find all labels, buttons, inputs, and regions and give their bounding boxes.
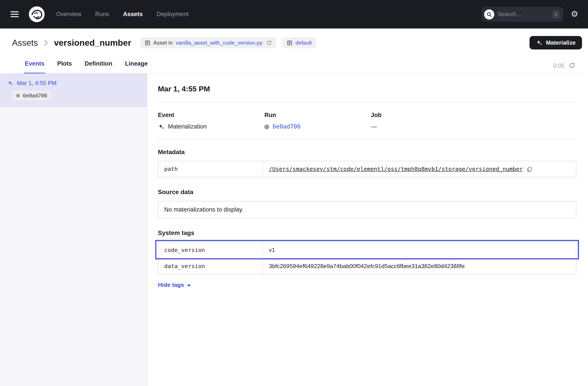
event-info-row: Event Materialization Run 6e0ad706: [158, 112, 577, 130]
breadcrumb-row: Assets versioned_number Asset in vanilla…: [12, 36, 582, 49]
event-value: Materialization: [158, 123, 264, 130]
metadata-heading: Metadata: [158, 148, 577, 155]
asset-definition-file-link[interactable]: vanilla_asset_with_code_version.py: [176, 40, 262, 46]
nav-links: Overview Runs Assets Deployment: [56, 11, 189, 18]
system-tags-table: code_version v1 data_version 3bfc269594e…: [158, 242, 577, 274]
event-column: Event Materialization: [158, 112, 264, 130]
nav-item-deployment[interactable]: Deployment: [157, 11, 189, 18]
tag-row-code-version: code_version v1: [158, 242, 576, 258]
run-label: Run: [264, 112, 371, 119]
tag-key: data_version: [158, 258, 263, 274]
dagster-logo-icon[interactable]: [28, 6, 45, 22]
divider: [158, 139, 577, 140]
metadata-table: path /Users/smackesey/stm/code/elementl/…: [158, 161, 577, 177]
job-label: Job: [371, 112, 477, 119]
source-data-empty-message: No materializations to display.: [158, 201, 577, 218]
tab-plots[interactable]: Plots: [56, 55, 72, 73]
page-title: versioned_number: [54, 38, 131, 48]
search-shortcut-badge: /: [552, 10, 560, 18]
run-id-pill[interactable]: 6e0ad706: [12, 91, 51, 101]
table-grid-icon: [145, 40, 150, 45]
tabs-row: Events Plots Definition Lineage 0:05: [12, 55, 582, 73]
run-column: Run 6e0ad706: [264, 112, 371, 130]
top-nav-right: / ⚙: [482, 7, 578, 22]
metadata-value-cell: /Users/smackesey/stm/code/elementl/oss/t…: [263, 161, 576, 177]
divider: [158, 102, 577, 103]
nav-item-overview[interactable]: Overview: [56, 11, 81, 18]
event-timestamp: Mar 1, 4:55 PM: [17, 80, 57, 87]
hide-tags-label: Hide tags: [158, 282, 184, 288]
tag-value: 3bfc269594ef649228e9a74bab00f042efc91d5a…: [263, 258, 576, 274]
event-detail-panel: Mar 1, 4:55 PM Event Materialization Run: [147, 74, 588, 386]
search-input[interactable]: [498, 11, 549, 18]
top-nav: Overview Runs Assets Deployment / ⚙: [0, 0, 588, 28]
tag-value: v1: [263, 242, 576, 258]
search-icon: [484, 9, 494, 20]
breadcrumb-assets-link[interactable]: Assets: [12, 38, 38, 48]
tag-key: code_version: [158, 242, 263, 258]
job-value-text: —: [371, 123, 377, 130]
app-viewport: Overview Runs Assets Deployment / ⚙ Asse…: [0, 0, 588, 386]
job-value: —: [371, 123, 477, 130]
refresh-icon[interactable]: [569, 62, 575, 69]
hide-tags-button[interactable]: Hide tags: [158, 282, 191, 288]
nav-item-assets[interactable]: Assets: [123, 11, 143, 18]
event-label: Event: [158, 112, 264, 119]
run-id-link[interactable]: 6e0ad706: [273, 123, 301, 130]
tab-definition[interactable]: Definition: [84, 55, 113, 73]
asset-header: Assets versioned_number Asset in vanilla…: [0, 28, 588, 74]
run-value: 6e0ad706: [264, 123, 371, 130]
materialization-sparkle-icon: [7, 80, 14, 86]
events-sidebar: Mar 1, 4:55 PM 6e0ad706: [0, 74, 147, 386]
group-grid-icon: [287, 40, 292, 45]
settings-gear-icon[interactable]: ⚙: [571, 10, 578, 18]
tab-lineage[interactable]: Lineage: [124, 55, 148, 73]
system-tags-heading: System tags: [158, 229, 577, 237]
tag-row-data-version: data_version 3bfc269594ef649228e9a74bab0…: [158, 258, 576, 274]
source-data-heading: Source data: [158, 189, 577, 196]
event-list-item-selected[interactable]: Mar 1, 4:55 PM 6e0ad706: [0, 74, 147, 107]
search-box[interactable]: /: [482, 7, 563, 22]
job-column: Job —: [371, 112, 477, 130]
chevron-right-icon: [43, 39, 48, 47]
materialize-button-label: Materialize: [546, 39, 576, 46]
refresh-countdown: 0:05: [553, 62, 564, 69]
event-type-text: Materialization: [168, 123, 207, 130]
metadata-path-link[interactable]: /Users/smackesey/stm/code/elementl/oss/t…: [269, 166, 523, 172]
materialization-sparkle-icon: [158, 123, 165, 130]
reload-definition-icon[interactable]: [266, 40, 272, 45]
run-status-dot: [16, 94, 20, 97]
run-status-dot: [264, 124, 269, 129]
tag-value-text: v1: [269, 247, 275, 254]
asset-badge-prefix: Asset in: [153, 40, 173, 46]
caret-up-icon: [187, 284, 191, 286]
content-area: Mar 1, 4:55 PM 6e0ad706 Mar 1, 4:55 PM E…: [0, 74, 588, 386]
metadata-row-path: path /Users/smackesey/stm/code/elementl/…: [158, 161, 576, 177]
copy-icon[interactable]: [526, 166, 532, 172]
tag-value-text: 3bfc269594ef649228e9a74bab00f042efc91d5a…: [269, 263, 465, 270]
nav-item-runs[interactable]: Runs: [95, 11, 109, 18]
metadata-key: path: [158, 161, 263, 177]
refresh-area: 0:05: [553, 62, 575, 73]
asset-group-badge: default: [282, 37, 316, 48]
run-id-pill-label: 6e0ad706: [23, 93, 47, 99]
event-list-item-header: Mar 1, 4:55 PM: [7, 80, 140, 87]
materialize-button[interactable]: Materialize: [529, 36, 582, 49]
hamburger-menu-icon[interactable]: [10, 9, 20, 19]
tab-events[interactable]: Events: [24, 55, 45, 73]
event-detail-title: Mar 1, 4:55 PM: [158, 85, 577, 93]
asset-group-link[interactable]: default: [295, 40, 312, 46]
asset-definition-badge: Asset in vanilla_asset_with_code_version…: [140, 37, 276, 48]
sparkle-icon: [536, 39, 543, 46]
